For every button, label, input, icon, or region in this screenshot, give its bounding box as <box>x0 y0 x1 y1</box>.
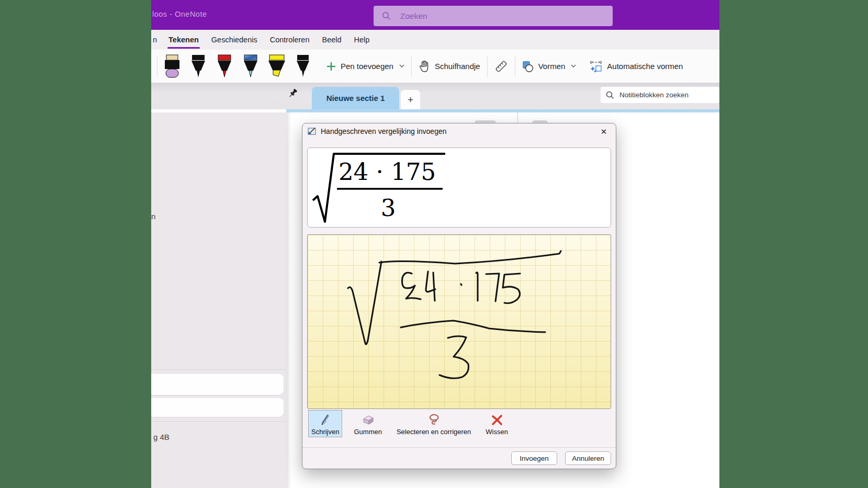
galaxy-pen-icon[interactable] <box>241 54 260 78</box>
tab-nieuwe-sectie-1[interactable]: Nieuwe sectie 1 <box>312 87 399 109</box>
ribbon-separator <box>487 56 488 77</box>
equation-dialog-icon <box>308 127 317 135</box>
shapes-label: Vormen <box>538 62 566 71</box>
lasso-icon <box>427 414 441 426</box>
ruler-button[interactable] <box>494 60 508 73</box>
search-icon <box>606 91 614 99</box>
sidebar-partial-text: n <box>151 212 155 221</box>
menu-item-truncated[interactable]: n <box>153 36 157 44</box>
page-list-item[interactable] <box>151 398 284 417</box>
menubar: n Tekenen Geschiedenis Controleren Beeld… <box>151 30 719 50</box>
sidebar-divider <box>151 369 286 370</box>
mode-write-button[interactable]: Schrijven <box>308 410 342 437</box>
add-pen-label: Pen toevoegen <box>341 62 393 71</box>
ruler-icon <box>494 60 508 73</box>
cancel-button[interactable]: Annuleren <box>565 451 611 465</box>
write-pen-icon <box>319 413 332 426</box>
add-pen-button[interactable]: Pen toevoegen <box>326 62 404 71</box>
menu-item-controleren[interactable]: Controleren <box>270 36 310 44</box>
titlebar-search-placeholder: Zoeken <box>400 12 427 21</box>
chevron-down-icon <box>571 64 576 68</box>
mode-erase-button[interactable]: Gummen <box>351 411 385 437</box>
notebook-search-placeholder: Notitieblokken zoeken <box>619 91 689 99</box>
hand-icon <box>419 60 430 73</box>
mode-label: Gummen <box>354 428 381 436</box>
page-sidebar: n g 4B <box>151 112 286 488</box>
ink-mode-toolbar: Schrijven Gummen Selecteren en corrigere… <box>308 410 511 437</box>
equation-numerator: 24 · 175 <box>339 158 436 186</box>
eraser-pen-icon[interactable] <box>163 54 182 78</box>
yellow-highlighter-icon[interactable] <box>267 54 286 78</box>
titlebar: loos - OneNote Zoeken <box>151 0 719 30</box>
sidebar-partial-page-title: g 4B <box>153 433 170 441</box>
desktop-background: loos - OneNote Zoeken n Tekenen Geschied… <box>0 0 868 488</box>
eraser-icon <box>361 414 375 426</box>
close-icon[interactable]: ✕ <box>598 126 610 138</box>
shapes-icon <box>522 61 534 72</box>
auto-shapes-button[interactable]: Automatische vormen <box>590 60 683 73</box>
handwritten-equation-dialog: Handgeschreven vergelijking invoegen ✕ 2… <box>302 123 616 469</box>
black-pen-icon[interactable] <box>189 54 208 78</box>
pan-hand-button[interactable]: Schuifhandje <box>419 60 480 73</box>
onenote-window: loos - OneNote Zoeken n Tekenen Geschied… <box>151 0 719 488</box>
auto-shapes-label: Automatische vormen <box>607 62 683 71</box>
dialog-footer: Invoegen Annuleren <box>511 451 611 465</box>
red-x-icon <box>491 414 503 426</box>
handwriting-canvas[interactable] <box>307 234 611 409</box>
shapes-button[interactable]: Vormen <box>522 61 577 72</box>
notebook-search-box[interactable]: Notitieblokken zoeken <box>601 87 719 103</box>
ribbon-separator <box>515 56 515 77</box>
window-title: loos - OneNote <box>152 10 207 18</box>
dialog-title: Handgeschreven vergelijking invoegen <box>321 127 447 135</box>
pan-hand-label: Schuifhandje <box>435 62 480 71</box>
titlebar-search-box[interactable]: Zoeken <box>374 6 613 26</box>
add-section-tab[interactable]: + <box>401 90 420 109</box>
ribbon-separator <box>157 56 157 77</box>
ink-strokes <box>308 235 611 408</box>
ribbon-separator <box>411 56 412 77</box>
menu-item-tekenen[interactable]: Tekenen <box>168 36 199 44</box>
equation-denominator: 3 <box>381 194 396 222</box>
pen-gallery <box>163 54 312 78</box>
mode-label: Schrijven <box>311 428 339 436</box>
draw-ribbon: Pen toevoegen Schuifhandje Vormen Automa… <box>151 50 719 83</box>
mode-clear-button[interactable]: Wissen <box>482 411 511 437</box>
equation-preview: 24 · 175 3 <box>307 147 611 228</box>
dialog-footer-divider <box>302 447 616 448</box>
pin-icon[interactable] <box>288 88 299 99</box>
red-pen-icon[interactable] <box>215 54 234 78</box>
chevron-down-icon <box>399 64 404 68</box>
plus-icon <box>326 62 336 71</box>
dialog-titlebar: Handgeschreven vergelijking invoegen <box>302 123 616 139</box>
sidebar-divider <box>151 421 286 422</box>
black-pen-thin-icon[interactable] <box>294 54 312 78</box>
mode-label: Selecteren en corrigeren <box>397 428 471 436</box>
page-list-item[interactable] <box>151 374 284 395</box>
menu-item-help[interactable]: Help <box>354 36 370 44</box>
menu-item-beeld[interactable]: Beeld <box>322 36 341 44</box>
auto-shapes-icon <box>590 60 602 73</box>
mode-label: Wissen <box>486 428 508 436</box>
section-tabstrip: Nieuwe sectie 1 + Notitieblokken zoeken <box>151 83 719 109</box>
search-icon <box>382 12 391 20</box>
mode-select-correct-button[interactable]: Selecteren en corrigeren <box>393 411 474 437</box>
menu-item-geschiedenis[interactable]: Geschiedenis <box>211 36 257 44</box>
insert-button[interactable]: Invoegen <box>511 451 557 465</box>
